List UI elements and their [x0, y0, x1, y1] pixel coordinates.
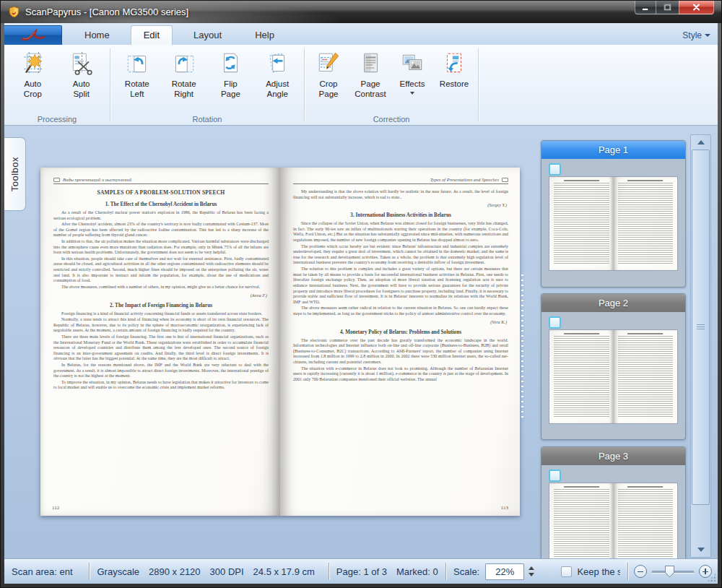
- physical-size-status: 24.5 x 17.9 cm: [253, 566, 315, 577]
- auto-split-icon: [69, 50, 95, 77]
- style-label: Style: [682, 30, 702, 40]
- page-1-checkbox[interactable]: [549, 163, 561, 176]
- ribbon-group-correction: CropPage PageContra: [305, 45, 478, 125]
- auto-split-button[interactable]: AutoSplit: [58, 48, 105, 100]
- chapter-icon: [502, 178, 508, 182]
- right-running-header: Types of Presentations and Speeches: [430, 177, 499, 182]
- effects-button[interactable]: Effects: [391, 48, 433, 95]
- rotate-left-icon: [124, 50, 150, 77]
- scrollbar-grip-icon: [697, 324, 705, 329]
- page-count-status: Page: 1 of 3: [336, 566, 387, 577]
- page-2-thumbnail[interactable]: Page 2: [541, 293, 686, 440]
- group-label-correction: Correction: [305, 115, 478, 124]
- page-contrast-button[interactable]: PageContrast: [349, 48, 391, 100]
- body-paragraph: In Belarus, for the reasons mentioned ab…: [53, 363, 269, 379]
- flip-page-icon: [217, 50, 243, 77]
- thumbnail-scrollbar[interactable]: [690, 134, 711, 558]
- page-1-thumbnail[interactable]: Page 1: [541, 140, 686, 287]
- page-number-left: 112: [52, 505, 59, 511]
- rotate-right-label-2: Right: [174, 90, 193, 98]
- crop-page-icon: [316, 50, 342, 77]
- marked-count-status: Marked: 0: [396, 566, 438, 577]
- page-3-thumbnail-image: [549, 483, 678, 558]
- body-paragraph: The situation with e-commerce in Belarus…: [293, 366, 508, 383]
- effects-icon: [399, 50, 425, 77]
- panel-splitter-handle[interactable]: [521, 274, 523, 420]
- style-menu-button[interactable]: Style: [682, 30, 710, 40]
- window-body: Home Edit Layout Help Style: [4, 23, 718, 584]
- tab-help[interactable]: Help: [243, 26, 287, 45]
- body-paragraph: The electronic commerce over the past de…: [293, 338, 508, 366]
- spinner-down-button[interactable]: [529, 573, 534, 576]
- close-button[interactable]: [679, 1, 714, 14]
- zoom-slider-track[interactable]: [652, 571, 694, 573]
- page-3-thumbnail[interactable]: Page 3: [541, 446, 686, 558]
- tab-home[interactable]: Home: [72, 26, 122, 45]
- rotate-right-label-1: Rotate: [172, 79, 196, 88]
- restore-label: Restore: [440, 79, 469, 88]
- ribbon-group-processing: AutoCrop: [4, 45, 110, 125]
- toolbox-label: Toolbox: [9, 157, 20, 191]
- scale-input[interactable]: 22%: [485, 563, 524, 580]
- maximize-button[interactable]: [656, 1, 679, 14]
- spinner-up-button[interactable]: [529, 566, 534, 570]
- scrollbar-track[interactable]: [692, 150, 710, 542]
- scan-area-status: Scan area: ent: [12, 566, 73, 577]
- body-paragraph: After the Chernobyl accident, almost 23%…: [53, 222, 269, 238]
- body-paragraph: In addition to that, the air pollution m…: [53, 239, 269, 256]
- minimize-button[interactable]: [635, 1, 656, 14]
- body-paragraph: My understanding is that the above solut…: [293, 189, 508, 200]
- chevron-down-icon: [705, 34, 710, 37]
- group-label-processing: Processing: [4, 115, 110, 124]
- adjust-angle-label-2: Angle: [266, 90, 287, 98]
- body-paragraph: Foreign financing is a kind of financial…: [53, 311, 269, 317]
- auto-split-label-1: Auto: [73, 79, 90, 88]
- rotate-right-button[interactable]: RotateRight: [161, 48, 207, 100]
- flip-page-button[interactable]: FlipPage: [207, 48, 253, 100]
- zoom-out-button[interactable]: [634, 565, 647, 578]
- scanned-right-page: Types of Presentations and Speeches My u…: [280, 168, 520, 516]
- application-menu-button[interactable]: [4, 25, 62, 45]
- restore-button[interactable]: Restore: [433, 48, 475, 90]
- author-signature: (Sergey Y.): [293, 202, 507, 207]
- page-2-checkbox[interactable]: [549, 316, 561, 329]
- rotate-left-button[interactable]: RotateLeft: [114, 48, 160, 100]
- title-bar[interactable]: ScanPapyrus - [Canon MG3500 series]: [1, 1, 721, 23]
- auto-crop-button[interactable]: AutoCrop: [9, 48, 56, 100]
- zoom-control: [628, 565, 718, 578]
- toolbox-tab[interactable]: Toolbox: [4, 137, 26, 211]
- zoom-slider-thumb[interactable]: [665, 566, 674, 578]
- ribbon-tab-bar: Home Edit Layout Help Style: [4, 23, 718, 45]
- group-label-rotation: Rotation: [110, 115, 304, 124]
- tab-edit[interactable]: Edit: [131, 25, 173, 45]
- scrollbar-thumb[interactable]: [692, 150, 710, 505]
- page-3-header[interactable]: Page 3: [542, 447, 685, 465]
- keep-scale-checkbox[interactable]: [561, 566, 572, 577]
- adjust-angle-button[interactable]: AdjustAngle: [254, 48, 300, 100]
- arrow-down-icon: [697, 548, 705, 552]
- left-running-header: Виды презентаций и выступлений: [63, 177, 131, 182]
- page-3-checkbox[interactable]: [549, 470, 561, 482]
- page-contrast-label-2: Contrast: [355, 90, 386, 98]
- zoom-in-button[interactable]: [699, 565, 712, 578]
- scroll-down-button[interactable]: [691, 542, 710, 557]
- body-paragraph: As a result of the Chernobyl nuclear pow…: [53, 210, 269, 221]
- auto-crop-icon: [19, 50, 45, 77]
- plus-icon: [705, 568, 706, 574]
- page-2-header[interactable]: Page 2: [542, 294, 685, 312]
- auto-crop-label-1: Auto: [24, 79, 41, 88]
- body-paragraph: The solution to this problem is complex …: [293, 267, 508, 305]
- page-1-header[interactable]: Page 1: [542, 141, 685, 159]
- scroll-up-button[interactable]: [691, 135, 710, 150]
- page-contrast-icon: [357, 50, 383, 77]
- page-1-thumbnail-image: [549, 176, 678, 271]
- pixel-dimensions-status: 2890 x 2120: [149, 566, 201, 577]
- tab-layout[interactable]: Layout: [181, 26, 234, 45]
- main-workspace: Toolbox Виды презентаций и выступлений S…: [4, 126, 718, 558]
- rotate-left-label-2: Left: [130, 90, 144, 98]
- dpi-status: 300 DPI: [210, 566, 244, 577]
- body-paragraph: Normally, a state tends to attract this …: [53, 317, 269, 334]
- crop-page-button[interactable]: CropPage: [308, 48, 349, 100]
- color-mode-status: Grayscale: [97, 566, 139, 577]
- scanned-page-preview[interactable]: Виды презентаций и выступлений SAMPLES O…: [40, 168, 520, 516]
